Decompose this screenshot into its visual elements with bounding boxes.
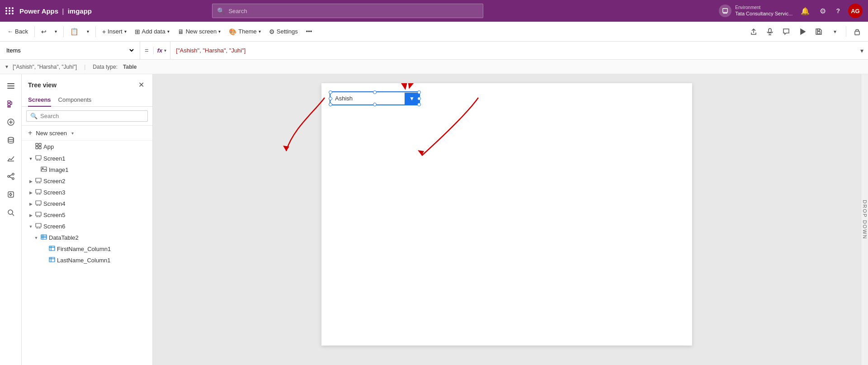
handle-middle-right[interactable] <box>417 97 421 100</box>
tree-item-screen2[interactable]: ▶ Screen2 <box>22 175 152 187</box>
share-button[interactable] <box>746 24 761 39</box>
app-icon <box>35 143 42 151</box>
global-search-input[interactable] <box>228 8 478 14</box>
tree-item-firstname-col1[interactable]: FirstName_Column1 <box>22 243 152 255</box>
global-search-bar[interactable]: 🔍 <box>212 4 483 18</box>
insert-button[interactable]: + Insert ▾ <box>99 26 130 38</box>
data-panel-button[interactable] <box>3 132 19 148</box>
svg-point-20 <box>8 137 14 140</box>
datatable2-label: DataTable2 <box>49 234 146 241</box>
new-screen-button[interactable]: 🖥 New screen ▾ <box>174 26 225 38</box>
tree-item-app[interactable]: App <box>22 141 152 153</box>
handle-top-left[interactable] <box>329 90 332 94</box>
new-screen-icon: 🖥 <box>178 28 184 35</box>
settings-toolbar-button[interactable]: ⚙ Settings <box>265 26 302 38</box>
property-selector[interactable]: Items <box>0 42 140 59</box>
right-panel[interactable]: DROP DOWN <box>861 74 868 365</box>
svg-rect-52 <box>36 212 41 216</box>
tree-item-screen5[interactable]: ▶ Screen5 <box>22 209 152 221</box>
tree-item-lastname-col1[interactable]: LastName_Column1 <box>22 255 152 266</box>
variables-button[interactable] <box>3 186 19 203</box>
save-button[interactable] <box>811 24 826 39</box>
svg-rect-32 <box>36 147 38 149</box>
tree-item-datatable2[interactable]: ▼ DataTable2 <box>22 232 152 243</box>
screen4-chevron-icon: ▶ <box>28 202 33 206</box>
svg-point-22 <box>8 175 9 177</box>
chevron-down-toolbar-icon[interactable]: ▾ <box>828 24 842 39</box>
svg-rect-8 <box>7 83 14 84</box>
data-type-label: Data type: <box>93 64 118 70</box>
grid-icon[interactable] <box>5 7 14 14</box>
handle-bottom-middle[interactable] <box>373 103 377 106</box>
breadcrumb-separator: | <box>84 64 85 70</box>
undo-button[interactable]: ↩ <box>38 26 50 38</box>
dropdown-control[interactable]: Ashish ▼ <box>330 91 420 105</box>
handle-top-right[interactable] <box>417 90 421 94</box>
screen3-chevron-icon: ▶ <box>28 190 33 195</box>
tree-search-inner: 🔍 <box>26 110 148 122</box>
insert-panel-button[interactable] <box>3 114 19 130</box>
new-screen-button[interactable]: + New screen ▾ <box>22 126 152 141</box>
property-select[interactable]: Items <box>5 47 135 54</box>
avatar[interactable]: AG <box>848 4 863 18</box>
fx-label: fx <box>157 47 163 54</box>
screen3-screen-icon <box>35 189 42 196</box>
svg-rect-13 <box>8 106 10 107</box>
screen5-chevron-icon: ▶ <box>28 213 33 218</box>
tree-item-screen3[interactable]: ▶ Screen3 <box>22 187 152 198</box>
search-panel-button[interactable] <box>3 204 19 221</box>
handle-bottom-right[interactable] <box>417 103 421 106</box>
clipboard-button[interactable]: 📋 <box>66 25 82 38</box>
comment-button[interactable] <box>779 24 793 39</box>
handle-middle-left[interactable] <box>329 97 332 100</box>
tree-item-screen4[interactable]: ▶ Screen4 <box>22 198 152 209</box>
theme-button[interactable]: 🎨 Theme ▾ <box>225 26 264 38</box>
clipboard-dropdown-button[interactable]: ▾ <box>83 27 93 36</box>
connections-button[interactable] <box>3 168 19 185</box>
tree-item-image1[interactable]: Image1 <box>22 164 152 175</box>
handle-bottom-left[interactable] <box>329 103 332 106</box>
svg-point-23 <box>12 173 14 175</box>
tab-components[interactable]: Components <box>58 94 92 107</box>
undo-dropdown-button[interactable]: ▾ <box>51 27 61 36</box>
screen1-label: Screen1 <box>43 155 146 162</box>
clipboard-icon: 📋 <box>70 28 79 36</box>
more-button[interactable]: ••• <box>302 26 316 37</box>
firstname-col1-label: FirstName_Column1 <box>57 246 146 252</box>
voice-button[interactable] <box>763 24 777 39</box>
hamburger-menu-button[interactable] <box>3 78 19 94</box>
undo-icon: ↩ <box>41 28 47 35</box>
tree-item-screen1[interactable]: ▼ Screen1 <box>22 153 152 164</box>
svg-rect-31 <box>39 143 41 146</box>
svg-line-29 <box>12 214 14 216</box>
formula-expand-icon[interactable]: ▾ <box>856 47 868 54</box>
formula-input[interactable]: ["Ashish", "Harsha", "Juhi"] <box>170 47 856 54</box>
help-icon[interactable]: ? <box>834 5 842 16</box>
formula-fx-button[interactable]: fx ▾ <box>154 42 171 59</box>
new-screen-chevron-icon: ▾ <box>71 131 74 136</box>
tree-item-screen6[interactable]: ▼ Screen6 <box>22 221 152 232</box>
svg-rect-44 <box>36 190 41 193</box>
tree-search-input[interactable] <box>40 113 144 119</box>
tree-search-container: 🔍 <box>22 107 152 126</box>
app-name: Power Apps | imgapp <box>19 7 92 15</box>
tree-close-button[interactable]: ✕ <box>137 80 146 90</box>
lock-button[interactable] <box>850 24 864 39</box>
svg-line-26 <box>9 177 12 178</box>
screen2-chevron-icon: ▶ <box>28 179 33 184</box>
settings-icon[interactable]: ⚙ <box>818 5 828 17</box>
play-button[interactable] <box>795 24 810 39</box>
tab-screens[interactable]: Screens <box>28 94 51 107</box>
notifications-icon[interactable]: 🔔 <box>799 5 811 17</box>
svg-rect-27 <box>8 192 14 197</box>
tree-view-button[interactable] <box>3 96 19 112</box>
insert-chevron-icon: ▾ <box>124 29 127 34</box>
add-data-button[interactable]: ⊞ Add data ▾ <box>131 26 173 38</box>
environment-info[interactable]: Environment Tata Consultancy Servic... <box>719 5 793 17</box>
more-icon: ••• <box>306 28 312 35</box>
handle-top-middle[interactable] <box>373 90 377 94</box>
icon-bar <box>0 74 22 365</box>
analytics-button[interactable] <box>3 150 19 166</box>
back-button[interactable]: ← Back <box>4 26 32 37</box>
toolbar-separator-2 <box>63 26 64 37</box>
